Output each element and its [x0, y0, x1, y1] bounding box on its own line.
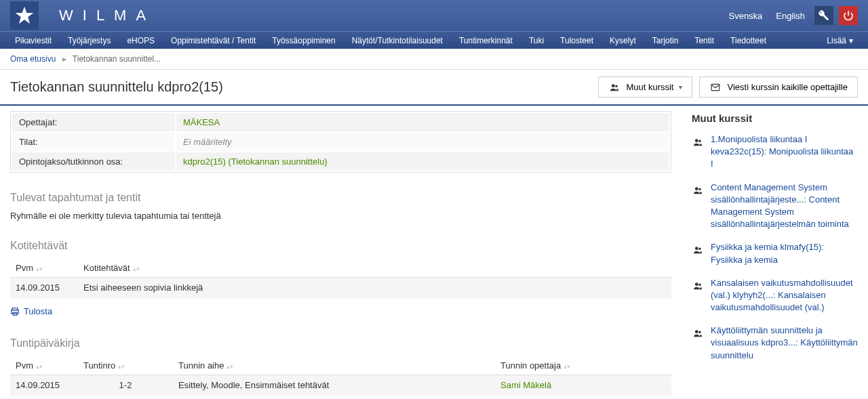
sort-icon: ▴▾	[226, 365, 233, 369]
svg-point-11	[698, 140, 701, 143]
info-row-period: Opintojakso/tutkinnon osa: kdpro2(15) (T…	[12, 152, 669, 171]
breadcrumb-home[interactable]: Oma etusivu	[10, 54, 56, 64]
info-period-label: Opintojakso/tutkinnon osa:	[12, 152, 175, 171]
list-item: Fysiikka ja kemia klmafy(15): Fysiikka j…	[692, 241, 858, 266]
nav-tarjotin[interactable]: Tarjotin	[644, 36, 687, 45]
nav-tentit[interactable]: Tentit	[686, 36, 722, 45]
svg-marker-0	[16, 7, 34, 24]
table-row: 14.09.2015 1-2 Esittely, Moodle, Ensimmä…	[10, 375, 671, 395]
list-item: Kansalaisen vaikutusmahdollisuudet (val.…	[692, 277, 858, 314]
upcoming-empty-msg: Ryhmälle ei ole merkitty tulevia tapahtu…	[10, 211, 671, 221]
chevron-down-icon: ▾	[849, 36, 853, 45]
logout-icon[interactable]	[839, 6, 858, 25]
svg-point-17	[698, 283, 701, 286]
nav-tulosteet[interactable]: Tulosteet	[552, 36, 601, 45]
info-row-rooms: Tilat: Ei määritelty	[12, 133, 669, 151]
info-table: Opettajat: MÄKESA Tilat: Ei määritelty O…	[10, 111, 671, 173]
nav-more-label: Lisää	[827, 36, 846, 45]
envelope-icon	[709, 83, 722, 92]
diary-col-topic[interactable]: Tunnin aihe▴▾	[173, 356, 495, 375]
homework-table: Pvm▴▾ Kotitehtävät▴▾ 14.09.2015 Etsi aih…	[10, 259, 671, 298]
sort-icon: ▴▾	[118, 365, 125, 369]
course-link[interactable]: Kansalaisen vaikutusmahdollisuudet (val.…	[711, 277, 858, 314]
list-item: 1.Monipuolista liikuntaa I keva232c(15):…	[692, 133, 858, 171]
message-teachers-button[interactable]: Viesti kurssin kaikille opettajille	[699, 77, 858, 98]
group-icon	[692, 281, 704, 314]
homework-print-link[interactable]: Tulosta	[10, 306, 52, 316]
sort-icon: ▴▾	[36, 365, 43, 369]
print-icon	[10, 307, 20, 316]
nav-tuntimerkinnat[interactable]: Tuntimerkinnät	[451, 36, 521, 45]
course-link[interactable]: 1.Monipuolista liikuntaa I keva232c(15):…	[711, 133, 858, 171]
diary-num: 1-2	[78, 375, 173, 395]
diary-col-date[interactable]: Pvm▴▾	[10, 356, 78, 375]
message-teachers-label: Viesti kurssin kaikille opettajille	[727, 82, 848, 92]
course-link[interactable]: Content Management System sisällönhallin…	[711, 182, 858, 231]
lang-english[interactable]: English	[772, 8, 809, 24]
nav-pikaviestit[interactable]: Pikaviestit	[7, 36, 60, 45]
nav-tiedotteet[interactable]: Tiedotteet	[722, 36, 774, 45]
homework-col-task[interactable]: Kotitehtävät▴▾	[78, 259, 671, 278]
nav-tuki[interactable]: Tuki	[521, 36, 552, 45]
print-label: Tulosta	[24, 306, 52, 316]
breadcrumb-separator: ▸	[62, 54, 66, 64]
diary-topic: Esittely, Moodle, Ensimmäiset tehtävät	[173, 375, 495, 395]
info-period-value[interactable]: kdpro2(15) (Tietokannan suunnittelu)	[183, 156, 328, 167]
nav-bar: Pikaviestit Työjärjestys eHOPS Oppimiste…	[0, 31, 868, 49]
info-teachers-value[interactable]: MÄKESA	[183, 117, 220, 127]
diary-col-teacher[interactable]: Tunnin opettaja▴▾	[495, 356, 671, 375]
homework-col-date[interactable]: Pvm▴▾	[10, 259, 78, 278]
sort-icon: ▴▾	[133, 268, 140, 271]
table-row: 14.09.2015 Etsi aiheeseen sopivia linkke…	[10, 278, 671, 298]
title-row: Tietokannan suunnittelu kdpro2(15) Muut …	[0, 70, 868, 106]
sidebar-heading: Muut kurssit	[692, 112, 858, 124]
breadcrumb-current: Tietokannan suunnittel...	[73, 54, 161, 64]
course-link[interactable]: Käyttöliittymän suunnittelu ja visuaalis…	[711, 324, 858, 362]
sort-icon: ▴▾	[36, 268, 43, 271]
page-title: Tietokannan suunnittelu kdpro2(15)	[10, 79, 223, 95]
info-row-teachers: Opettajat: MÄKESA	[12, 113, 669, 131]
svg-rect-5	[12, 310, 19, 313]
course-link[interactable]: Fysiikka ja kemia klmafy(15): Fysiikka j…	[711, 241, 858, 266]
settings-icon[interactable]	[814, 6, 833, 25]
homework-heading: Kotitehtävät	[10, 240, 671, 252]
svg-point-14	[695, 247, 698, 251]
brand-name: WILMA	[59, 7, 155, 24]
svg-point-15	[698, 248, 701, 251]
info-teachers-label: Opettajat:	[12, 113, 175, 131]
diary-table: Pvm▴▾ Tuntinro▴▾ Tunnin aihe▴▾ Tunnin op…	[10, 356, 671, 396]
other-courses-button[interactable]: Muut kurssit ▾	[598, 77, 692, 98]
diary-teacher[interactable]: Sami Mäkelä	[500, 380, 551, 390]
homework-task: Etsi aiheeseen sopivia linkkejä	[78, 278, 671, 298]
nav-tyojarjestys[interactable]: Työjärjestys	[60, 36, 119, 45]
svg-point-12	[695, 187, 698, 190]
svg-point-16	[695, 282, 698, 286]
main-column: Opettajat: MÄKESA Tilat: Ei määritelty O…	[10, 106, 671, 399]
svg-point-13	[698, 188, 701, 190]
logo-star	[10, 1, 39, 30]
list-item: Content Management System sisällönhallin…	[692, 182, 858, 231]
nav-tyossaoppiminen[interactable]: Työssäoppiminen	[264, 36, 343, 45]
info-rooms-value: Ei määritelty	[183, 137, 232, 147]
homework-date: 14.09.2015	[10, 278, 78, 298]
nav-naytot[interactable]: Näytöt/Tutkintotilaisuudet	[344, 36, 451, 45]
nav-more[interactable]: Lisää ▾	[818, 36, 861, 45]
header-top: WILMA Svenska English	[0, 0, 868, 31]
group-icon	[608, 83, 620, 92]
chevron-down-icon: ▾	[679, 83, 682, 91]
sidebar: Muut kurssit 1.Monipuolista liikuntaa I …	[692, 106, 858, 399]
nav-oppimistehtavat[interactable]: Oppimistehtävät / Tentit	[163, 36, 264, 45]
svg-point-19	[698, 331, 701, 334]
svg-point-10	[695, 139, 698, 142]
nav-ehops[interactable]: eHOPS	[119, 36, 163, 45]
other-courses-label: Muut kurssit	[626, 82, 673, 92]
sort-icon: ▴▾	[564, 365, 570, 369]
lang-svenska[interactable]: Svenska	[724, 8, 766, 24]
info-rooms-label: Tilat:	[12, 133, 175, 151]
group-icon	[692, 329, 704, 362]
group-icon	[692, 138, 704, 171]
nav-kyselyt[interactable]: Kyselyt	[601, 36, 644, 45]
diary-col-num[interactable]: Tuntinro▴▾	[78, 356, 173, 375]
svg-point-2	[616, 85, 618, 87]
upcoming-heading: Tulevat tapahtumat ja tentit	[10, 192, 671, 204]
